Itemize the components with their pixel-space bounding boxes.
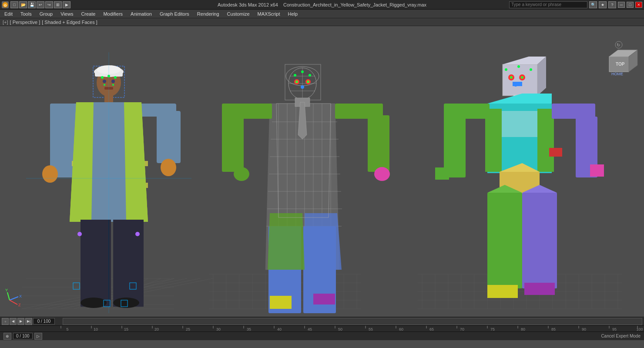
timeline-controls: ⬦ ◀ ▶ ▶| 0 / 100 <box>0 318 61 325</box>
title-bar-right: 🔍 ★ ? ─ □ ✕ <box>509 1 642 8</box>
svg-text:Z: Z <box>18 303 21 307</box>
menu-edit[interactable]: Edit <box>1 11 16 17</box>
status-nav-btn[interactable]: ▷ <box>34 333 42 340</box>
status-left: ⊕ 0 / 100 ▷ <box>3 333 42 340</box>
svg-point-148 <box>505 68 507 71</box>
svg-rect-171 <box>524 283 555 295</box>
menu-tools[interactable]: Tools <box>17 11 35 17</box>
svg-text:80: 80 <box>521 327 525 331</box>
svg-point-135 <box>234 167 249 181</box>
menu-graph-editors[interactable]: Graph Editors <box>156 11 193 17</box>
help-btn[interactable]: ? <box>608 1 616 8</box>
svg-point-61 <box>111 80 115 83</box>
svg-rect-160 <box>552 104 595 119</box>
title-bar: G □ 📂 💾 ↩ ↪ ⊞ ▶ Autodesk 3ds Max 2012 x6… <box>0 0 644 10</box>
keyframe-btn[interactable]: ⬦ <box>2 318 9 325</box>
svg-text:35: 35 <box>247 327 251 331</box>
svg-point-82 <box>42 165 58 183</box>
title-bar-left: G □ 📂 💾 ↩ ↪ ⊞ ▶ <box>2 1 70 8</box>
svg-rect-172 <box>435 167 449 180</box>
menu-animation[interactable]: Animation <box>127 11 155 17</box>
svg-text:65: 65 <box>429 327 434 331</box>
undo-btn[interactable]: ↩ <box>37 1 44 8</box>
svg-text:75: 75 <box>490 327 495 331</box>
open-btn[interactable]: 📂 <box>19 1 27 8</box>
svg-rect-173 <box>590 164 604 177</box>
svg-point-136 <box>374 167 390 181</box>
menu-views[interactable]: Views <box>57 11 77 17</box>
svg-text:↻: ↻ <box>617 43 620 47</box>
search-input[interactable] <box>509 1 587 8</box>
redo-btn[interactable]: ↪ <box>45 1 53 8</box>
svg-text:60: 60 <box>399 327 403 331</box>
menu-create[interactable]: Create <box>77 11 99 17</box>
svg-rect-70 <box>50 104 67 169</box>
svg-rect-174 <box>549 148 562 157</box>
play-btn[interactable]: ▶ <box>17 318 24 325</box>
maximize-btn[interactable]: □ <box>627 2 634 8</box>
menu-group[interactable]: Group <box>36 11 57 17</box>
minimize-btn[interactable]: ─ <box>618 2 625 8</box>
svg-text:X: X <box>19 294 22 298</box>
svg-point-105 <box>295 80 298 83</box>
menu-maxscript[interactable]: MAXScript <box>254 11 284 17</box>
svg-point-60 <box>103 80 106 83</box>
render-btn[interactable]: ▶ <box>63 1 70 8</box>
svg-point-95 <box>77 232 82 236</box>
svg-point-108 <box>294 74 296 77</box>
svg-point-63 <box>101 76 104 79</box>
vp-plus-bracket: [+] <box>3 20 8 25</box>
menu-customize[interactable]: Customize <box>224 11 253 17</box>
menu-help[interactable]: Help <box>285 11 302 17</box>
timeline-track[interactable] <box>63 318 642 325</box>
svg-text:95: 95 <box>612 327 617 331</box>
svg-rect-162 <box>444 104 490 119</box>
quick-access-toolbar: □ 📂 💾 ↩ ↪ ⊞ ▶ <box>10 1 70 8</box>
menu-modifiers[interactable]: Modifiers <box>100 11 126 17</box>
vp-shading-label: [ Shaded + Edged Faces ] <box>42 20 97 25</box>
svg-point-87 <box>113 298 139 308</box>
save-btn[interactable]: 💾 <box>28 1 36 8</box>
svg-rect-159 <box>537 109 554 172</box>
status-bar: ⊕ 0 / 100 ▷ Cancel Expert Mode <box>0 331 644 340</box>
svg-point-109 <box>309 74 311 77</box>
svg-point-66 <box>104 84 105 86</box>
viewport-scene: X Y Z TOP HOME ↻ <box>0 26 644 317</box>
svg-rect-141 <box>503 64 537 96</box>
app-logo: G <box>2 1 9 8</box>
svg-text:90: 90 <box>582 327 586 331</box>
svg-text:25: 25 <box>186 327 190 331</box>
svg-text:70: 70 <box>460 327 464 331</box>
search-btn[interactable]: 🔍 <box>589 1 597 8</box>
status-icon-btn[interactable]: ⊕ <box>3 333 11 340</box>
svg-text:55: 55 <box>369 327 373 331</box>
close-btn[interactable]: ✕ <box>635 2 642 8</box>
fav-btn[interactable]: ★ <box>599 1 607 8</box>
svg-point-146 <box>510 76 513 79</box>
svg-marker-133 <box>305 213 342 270</box>
capture-btn[interactable]: ⊞ <box>54 1 62 8</box>
next-key-btn[interactable]: ▶| <box>25 318 32 325</box>
svg-point-106 <box>307 80 309 83</box>
svg-rect-83 <box>80 220 111 307</box>
svg-rect-127 <box>368 115 389 172</box>
svg-text:45: 45 <box>308 327 312 331</box>
svg-rect-157 <box>500 111 540 137</box>
svg-point-67 <box>112 84 114 86</box>
new-btn[interactable]: □ <box>10 1 18 8</box>
prev-key-btn[interactable]: ◀ <box>10 318 17 325</box>
window-title: Autodesk 3ds Max 2012 x64 Construction_A… <box>218 2 426 7</box>
main-viewport[interactable]: X Y Z TOP HOME ↻ <box>0 26 644 317</box>
svg-text:100: 100 <box>636 327 643 331</box>
svg-text:G: G <box>4 3 7 7</box>
svg-text:10: 10 <box>94 327 98 331</box>
svg-point-86 <box>80 298 107 308</box>
svg-rect-137 <box>270 296 292 309</box>
viewport-label-bar: [+] [ Perspective ] [ Shaded + Edged Fac… <box>0 18 644 26</box>
svg-rect-72 <box>157 111 181 163</box>
frame-display[interactable]: 0 / 100 <box>33 318 55 325</box>
svg-rect-170 <box>487 285 518 298</box>
svg-rect-167 <box>522 193 557 288</box>
menu-rendering[interactable]: Rendering <box>194 11 223 17</box>
svg-text:HOME: HOME <box>611 72 623 76</box>
